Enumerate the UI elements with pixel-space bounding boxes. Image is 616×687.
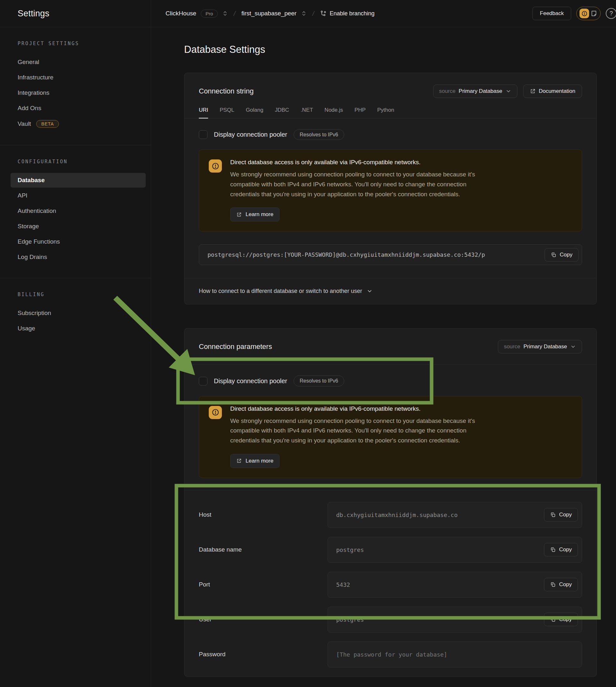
sidebar-item-subscription[interactable]: Subscription bbox=[18, 306, 144, 320]
pooler-row: Display connection pooler Resolves to IP… bbox=[199, 376, 582, 386]
database-name-input[interactable] bbox=[336, 547, 537, 553]
settings-sidebar: PROJECT SETTINGS General Infrastructure … bbox=[0, 27, 151, 687]
sidebar-item-infrastructure[interactable]: Infrastructure bbox=[18, 70, 144, 85]
chevrons-up-down-icon[interactable] bbox=[301, 10, 307, 16]
source-select[interactable]: source Primary Database bbox=[498, 340, 582, 353]
sidebar-item-api[interactable]: API bbox=[18, 188, 144, 203]
warning-body: We strongly recommend using connection p… bbox=[230, 416, 478, 446]
sidebar-item-integrations[interactable]: Integrations bbox=[18, 86, 144, 100]
source-select[interactable]: source Primary Database bbox=[433, 85, 518, 98]
beta-badge: BETA bbox=[36, 120, 59, 128]
breadcrumb-org[interactable]: ClickHouse bbox=[166, 10, 196, 17]
pooler-row: Display connection pooler Resolves to IP… bbox=[199, 129, 582, 140]
port-input[interactable] bbox=[336, 581, 537, 588]
connection-string-body: Display connection pooler Resolves to IP… bbox=[184, 118, 596, 265]
window-title: Settings bbox=[18, 9, 49, 19]
tab-dotnet[interactable]: .NET bbox=[301, 107, 313, 118]
enable-branching-button[interactable]: Enable branching bbox=[320, 10, 375, 17]
notification-badge[interactable] bbox=[576, 7, 601, 20]
display-connection-pooler-checkbox[interactable] bbox=[199, 377, 207, 385]
tab-python[interactable]: Python bbox=[377, 107, 394, 118]
port-field: Copy bbox=[328, 572, 582, 598]
connection-parameters-card: Connection parameters source Primary Dat… bbox=[184, 328, 597, 677]
connection-string-card: Connection string source Primary Databas… bbox=[184, 73, 597, 305]
connect-help-toggle[interactable]: How to connect to a different database o… bbox=[184, 278, 596, 304]
tab-psql[interactable]: PSQL bbox=[220, 107, 234, 118]
connection-string-controls: source Primary Database Documentation bbox=[433, 85, 582, 98]
resolves-to-ipv6-badge: Resolves to IPv6 bbox=[293, 376, 344, 386]
param-label: User bbox=[199, 616, 328, 623]
connection-string-title: Connection string bbox=[199, 87, 254, 95]
param-row-port: Port Copy bbox=[199, 572, 582, 598]
password-field bbox=[328, 642, 582, 667]
chevron-down-icon bbox=[367, 288, 373, 294]
param-label: Port bbox=[199, 581, 328, 588]
feedback-button[interactable]: Feedback bbox=[532, 7, 571, 20]
sidebar-item-vault[interactable]: Vault BETA bbox=[18, 116, 144, 132]
copy-database-name-button[interactable]: Copy bbox=[544, 543, 578, 556]
user-input[interactable] bbox=[336, 616, 537, 623]
ipv6-warning-panel: Direct database access is only available… bbox=[199, 396, 582, 478]
sidebar-item-edge-functions[interactable]: Edge Functions bbox=[18, 234, 144, 249]
sidebar-section-title: PROJECT SETTINGS bbox=[18, 41, 144, 46]
warning-title: Direct database access is only available… bbox=[230, 405, 478, 412]
sidebar-item-general[interactable]: General bbox=[18, 55, 144, 69]
external-link-icon bbox=[236, 458, 242, 464]
source-select-label: source bbox=[439, 88, 456, 94]
learn-more-button[interactable]: Learn more bbox=[230, 454, 280, 468]
pooler-label: Display connection pooler bbox=[214, 131, 287, 138]
help-icon[interactable]: ? bbox=[606, 8, 616, 19]
param-row-host: Host Copy bbox=[199, 502, 582, 528]
sidebar-item-add-ons[interactable]: Add Ons bbox=[18, 101, 144, 115]
password-input[interactable] bbox=[336, 651, 573, 658]
copy-icon bbox=[550, 512, 556, 518]
plan-badge: Pro bbox=[201, 9, 218, 18]
copy-port-button[interactable]: Copy bbox=[544, 578, 578, 591]
git-branch-icon bbox=[320, 10, 327, 17]
sidebar-section-title: CONFIGURATION bbox=[18, 159, 144, 164]
tab-php[interactable]: PHP bbox=[354, 107, 366, 118]
documentation-button[interactable]: Documentation bbox=[523, 85, 582, 98]
param-label: Host bbox=[199, 511, 328, 518]
user-field: Copy bbox=[328, 607, 582, 633]
database-name-field: Copy bbox=[328, 537, 582, 563]
param-row-password: Password bbox=[199, 642, 582, 667]
tab-uri[interactable]: URI bbox=[199, 107, 208, 118]
sidebar-section-billing: BILLING Subscription Usage bbox=[0, 278, 151, 349]
connection-uri-block: postgresql://postgres:[YOUR-PASSWORD]@db… bbox=[199, 244, 582, 265]
param-row-user: User Copy bbox=[199, 607, 582, 633]
enable-branching-label: Enable branching bbox=[330, 10, 375, 17]
copy-icon bbox=[551, 252, 556, 258]
breadcrumb-project[interactable]: first_supabase_peer bbox=[241, 10, 296, 17]
tab-golang[interactable]: Golang bbox=[246, 107, 264, 118]
tab-nodejs[interactable]: Node.js bbox=[325, 107, 343, 118]
warning-icon bbox=[209, 406, 222, 419]
chevrons-up-down-icon[interactable] bbox=[222, 10, 228, 16]
alert-icon bbox=[579, 9, 589, 18]
resolves-to-ipv6-badge: Resolves to IPv6 bbox=[293, 129, 344, 140]
sidebar-item-usage[interactable]: Usage bbox=[18, 321, 144, 336]
copy-uri-button[interactable]: Copy bbox=[545, 248, 578, 262]
copy-host-button[interactable]: Copy bbox=[544, 508, 578, 522]
copy-icon bbox=[550, 617, 556, 622]
chevron-down-icon bbox=[506, 88, 511, 94]
tab-jdbc[interactable]: JDBC bbox=[275, 107, 289, 118]
header-actions: Feedback ? bbox=[532, 7, 616, 20]
learn-more-button[interactable]: Learn more bbox=[230, 207, 280, 222]
connection-parameters-list: Host Copy Database name bbox=[199, 490, 582, 667]
sidebar-item-storage[interactable]: Storage bbox=[18, 219, 144, 234]
top-header: Settings ClickHouse Pro / first_supabase… bbox=[0, 0, 616, 27]
sidebar-item-database[interactable]: Database bbox=[10, 173, 146, 187]
host-input[interactable] bbox=[336, 512, 537, 518]
sidebar-item-log-drains[interactable]: Log Drains bbox=[18, 250, 144, 264]
warning-body: We strongly recommend using connection p… bbox=[230, 170, 478, 199]
copy-user-button[interactable]: Copy bbox=[544, 613, 578, 626]
sidebar-item-authentication[interactable]: Authentication bbox=[18, 204, 144, 218]
display-connection-pooler-checkbox[interactable] bbox=[199, 130, 207, 139]
sidebar-section-project-settings: PROJECT SETTINGS General Infrastructure … bbox=[0, 27, 151, 145]
connection-string-tabs: URI PSQL Golang JDBC .NET Node.js PHP Py… bbox=[184, 107, 596, 118]
page-title: Database Settings bbox=[184, 44, 597, 56]
warning-content: Direct database access is only available… bbox=[230, 159, 478, 222]
copy-icon bbox=[550, 582, 556, 588]
ipv6-warning-panel: Direct database access is only available… bbox=[199, 150, 582, 231]
